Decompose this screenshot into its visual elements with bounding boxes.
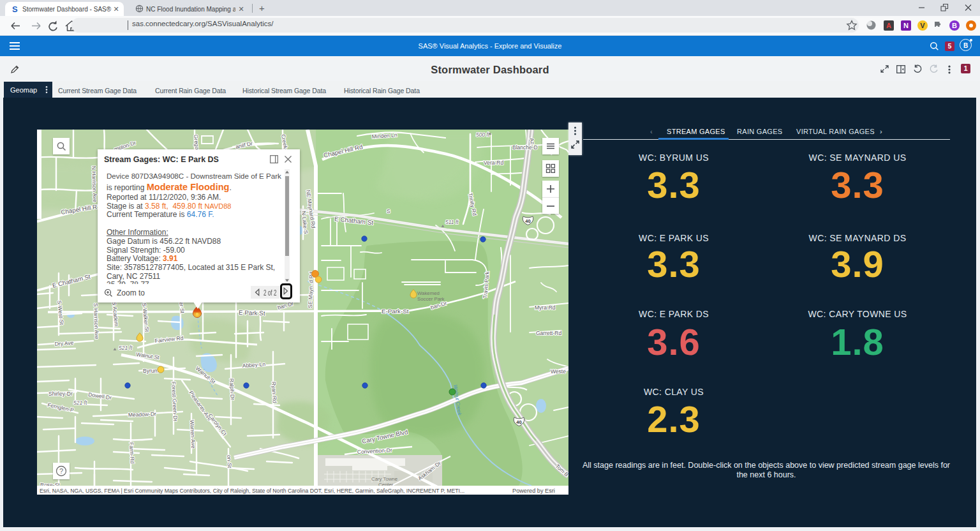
- svg-text:Dry Ave: Dry Ave: [54, 340, 74, 347]
- svg-text:Ryan-Rd: Ryan-Rd: [271, 382, 278, 403]
- svg-text:?: ?: [59, 467, 63, 475]
- svg-text:Shirley-Dr: Shirley-Dr: [48, 391, 73, 397]
- svg-text:Byrum: Byrum: [143, 368, 159, 374]
- svg-text:Ralph-Dr: Ralph-Dr: [228, 378, 236, 401]
- svg-text:Wakemed: Wakemed: [417, 290, 440, 296]
- svg-text:Cary Towne: Cary Towne: [371, 476, 397, 482]
- svg-text:on-St: on-St: [226, 455, 233, 468]
- svg-text:40: 40: [525, 218, 530, 224]
- svg-text:Blanche-D: Blanche-D: [512, 144, 538, 151]
- svg-text:Myra-Rd: Myra-Rd: [535, 304, 556, 311]
- svg-text:521 ft: 521 ft: [73, 400, 87, 406]
- svg-text:Weste: Weste: [551, 368, 566, 375]
- svg-text:S Harrison Ave: S Harrison Ave: [93, 303, 100, 340]
- svg-text:Meadow-Dr: Meadow-Dr: [128, 410, 156, 418]
- svg-text:Farm-Rd: Farm-Rd: [128, 442, 136, 464]
- svg-text:E-Park-St: E-Park-St: [382, 308, 409, 315]
- svg-text:Soccer Park: Soccer Park: [417, 296, 445, 302]
- svg-text:S: S: [387, 208, 390, 214]
- svg-text:E Park St: E Park St: [239, 309, 265, 317]
- svg-text:511 ft: 511 ft: [445, 219, 459, 225]
- svg-text:521 ft: 521 ft: [119, 345, 133, 351]
- svg-text:Vera-Rd: Vera-Rd: [484, 160, 503, 166]
- svg-text:500 ft: 500 ft: [476, 131, 490, 138]
- svg-text:Garrett-Rd: Garrett-Rd: [536, 330, 561, 336]
- svg-text:S: S: [12, 4, 18, 13]
- svg-text:40: 40: [516, 419, 521, 425]
